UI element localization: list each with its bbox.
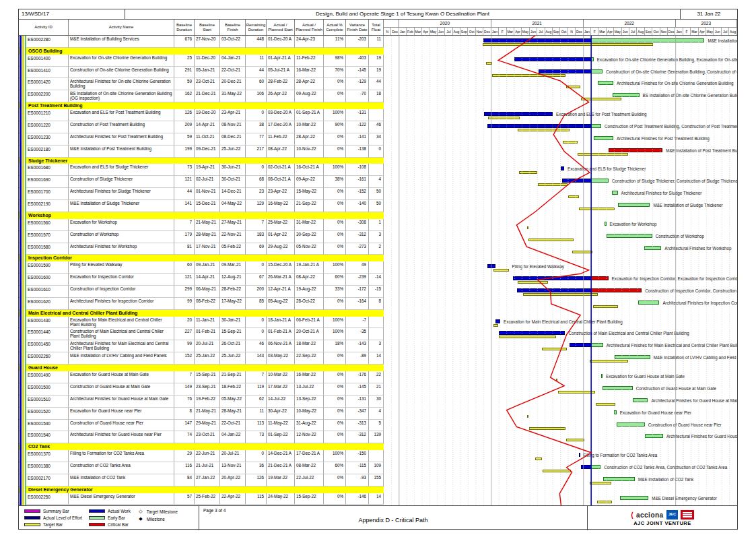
cell-total-float: 3 [369, 340, 384, 352]
gantt-bar-tgt [579, 208, 615, 210]
cell-name: Excavation for Inspection Corridor [69, 274, 174, 286]
gantt-bar-early [591, 343, 603, 347]
cell-name: Filling to Formation for CO2 Tanks Area [69, 450, 174, 462]
cell-id: ES0001370 [19, 450, 69, 462]
cell-actual-start: 18-Jan-21 A [267, 317, 295, 329]
cell-actual-finish: 10-Mar-22 [295, 121, 324, 133]
gantt-bar-tgt [542, 348, 566, 350]
cell-baseline-duration: 121 [174, 176, 195, 188]
cell-actual-start: 14-Dec-21 A [267, 450, 295, 462]
cell-variance-finish: -145 [346, 67, 369, 79]
cell-total-float: 22 [369, 371, 384, 383]
report-date: 31 Jan 22 [680, 9, 737, 19]
month-label: Jun [530, 28, 537, 35]
task-row: ES0001430Excavation for Main Electrical … [19, 317, 737, 329]
cell-id: ES0001450 [19, 340, 69, 352]
month-label: Dec [668, 28, 675, 35]
gantt-bar-label: Excavation and ELS for Post Treatment Bu… [556, 112, 646, 117]
cell-remaining-duration: 11 [246, 408, 267, 420]
cell-baseline-finish: 17-May-22 [220, 298, 246, 310]
gantt-bar-early [594, 136, 613, 140]
gantt-bar-tgt [523, 293, 598, 296]
cell-variance-finish: -143 [346, 340, 369, 352]
gantt-bar-label: Construction of Workshop [656, 234, 704, 239]
cell-baseline-duration: 149 [174, 383, 195, 396]
cell-total-float: 14 [369, 352, 384, 365]
gantt-bar-act [561, 166, 564, 170]
month-label: Jan [675, 28, 683, 35]
gantt-bar-early [591, 179, 609, 183]
task-row: ES0001600Excavation for Inspection Corri… [19, 274, 737, 286]
section-row: OSCG Building [19, 48, 737, 55]
gantt-bar-early [644, 246, 661, 250]
cell-remaining-duration: 0 [246, 109, 267, 121]
column-header-baseline-start: Baseline Start [195, 20, 220, 35]
gantt-bar-tgt [492, 74, 565, 77]
cell-pct-complete: 70% [324, 67, 346, 79]
cell-pct-complete: 0% [324, 231, 346, 243]
cell-actual-finish: 16-Mar-22 [295, 67, 324, 79]
cell-pct-complete: 0% [324, 431, 346, 443]
cell-variance-finish: -312 [346, 431, 369, 443]
jec-logo: JEC [666, 510, 679, 520]
month-label: Jun [438, 28, 445, 35]
gantt-row-area: Excavation for Guard House near Pier [384, 408, 737, 420]
gantt-row-area: Construction of CO2 Tanks Area, Construc… [384, 462, 737, 474]
cell-total-float: 109 [369, 462, 384, 474]
task-row: ES0001520Excavation for Guard House near… [19, 408, 737, 420]
column-header-total-float: Total Float [369, 20, 384, 35]
month-label: Apr [514, 28, 522, 35]
gantt-bar-early [603, 477, 635, 481]
section-label: Post Treatment Building [19, 102, 384, 109]
task-row: ES0001380Construction of CO2 Tanks Area1… [19, 462, 737, 474]
section-label: Guard House [19, 365, 384, 371]
cell-id: ES0002190 [19, 200, 69, 212]
cell-name: Construction of Inspection Corridor [69, 286, 174, 298]
year-label: 2021 [491, 20, 584, 27]
cell-id: ES0001420 [19, 78, 69, 90]
task-row: ES0001490Excavation for Guard House at M… [19, 371, 737, 383]
cell-total-float: 4 [369, 408, 384, 420]
gantt-row-area: Piling for Elevated Walkway [384, 261, 737, 274]
gantt-bar-label: Architectural Finishes for Guard House n [666, 434, 737, 439]
cell-baseline-finish: 15-Sep-21 [220, 328, 246, 340]
cell-id: ES0001510 [19, 396, 69, 408]
gantt-bar-tgt [518, 281, 548, 284]
cell-total-float: 11 [369, 36, 384, 48]
month-label: Jun [622, 28, 629, 35]
cell-baseline-finish: 31-May-22 [220, 90, 246, 102]
cell-id: ES0002170 [19, 474, 69, 486]
gantt-bar-tgt [572, 251, 592, 253]
gantt-bar-tgt [486, 62, 492, 65]
cell-baseline-finish: 30-Oct-21 [220, 176, 246, 188]
gantt-row-area: M&E Installation of LV/HV Cabling and Fi… [384, 352, 737, 365]
gantt-bar-tgt [535, 458, 543, 460]
legend-label: Milestone [147, 517, 165, 522]
cell-remaining-duration: 0 [246, 328, 267, 340]
cell-baseline-start: 14-Apr-21 [195, 121, 220, 133]
gantt-bar-label: Architectural Finishes for On-site Chlor… [617, 81, 734, 86]
gantt-bar-early [620, 496, 648, 500]
cell-id: ES0001580 [19, 243, 69, 255]
cell-actual-finish: 17-Dec-21 A [295, 450, 324, 462]
gantt-bar-early [591, 57, 594, 61]
cell-pct-complete: 100% [324, 261, 346, 274]
gantt-bar-act [513, 276, 591, 280]
gantt-bar-tgt [493, 269, 509, 272]
column-header-remaining-duration: Remaining Duration [246, 20, 267, 35]
cell-name: Construction of Guard House at Main Gate [69, 383, 174, 396]
section-label: Main Electrical and Central Chiller Plan… [19, 310, 384, 317]
cell-remaining-duration: 200 [246, 286, 267, 298]
gantt-bar-label: M&E Diesel Emergency Generator [652, 496, 717, 501]
gantt-row-area: Architectural Finishes for Inspection Co… [384, 298, 737, 310]
cell-pct-complete: 0% [324, 420, 346, 432]
cell-id: ES0001600 [19, 274, 69, 286]
cell-baseline-finish: 22-Nov-21 [220, 231, 246, 243]
task-row: ES0001680Excavation and ELS for Sludge T… [19, 164, 737, 176]
cell-baseline-duration: 299 [174, 286, 195, 298]
cell-baseline-duration: 162 [174, 90, 195, 102]
cell-id: ES0001430 [19, 317, 69, 329]
cell-variance-finish: -7 [346, 317, 369, 329]
cell-total-float: 30 [369, 396, 384, 408]
cell-total-float [369, 317, 384, 329]
